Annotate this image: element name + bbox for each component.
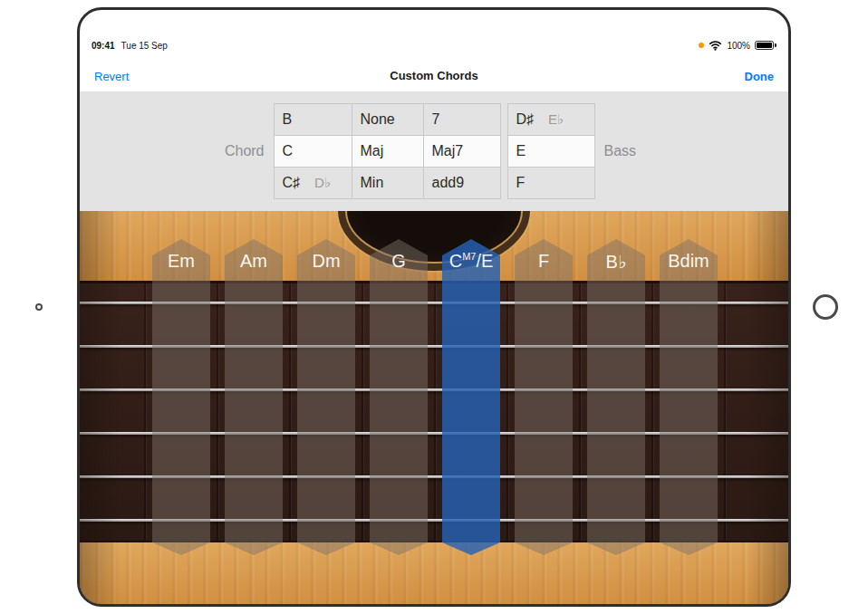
status-date: Tue 15 Sep — [121, 41, 168, 51]
revert-button[interactable]: Revert — [94, 61, 129, 91]
fret-wire — [217, 283, 218, 541]
chord-strip-g[interactable]: G — [370, 239, 428, 555]
picker-option-alt: E♭ — [548, 111, 564, 127]
picker-column-extension: 7 Maj7 add9 — [424, 104, 501, 199]
chord-strip-label: G — [370, 251, 428, 272]
camera-icon — [35, 303, 43, 311]
chord-strip-f[interactable]: F — [515, 239, 573, 555]
chord-strip-bflat[interactable]: B♭ — [587, 239, 645, 555]
picker-option[interactable]: D♯E♭ — [508, 104, 594, 136]
bass-picker-group: D♯E♭ E F — [507, 103, 595, 199]
chord-strip-dm[interactable]: Dm — [297, 239, 355, 555]
picker-option-label: Min — [361, 175, 384, 190]
battery-percent: 100% — [727, 41, 750, 51]
fret-wire — [289, 283, 291, 541]
picker-option-label: F — [516, 175, 526, 190]
battery-icon — [755, 41, 774, 50]
status-time: 09:41 — [92, 41, 115, 51]
chord-strip-label: Em — [152, 251, 210, 272]
status-right: 100% — [699, 41, 776, 51]
picker-option-label: Maj — [361, 143, 384, 158]
wifi-icon — [709, 41, 722, 51]
bass-label: Bass — [604, 143, 668, 159]
picker-option-selected[interactable]: C — [275, 136, 352, 168]
picker-option-label: None — [361, 111, 395, 127]
fret-wire — [724, 283, 726, 541]
chord-label: Chord — [201, 143, 265, 159]
fret-wire — [651, 283, 653, 541]
picker-option[interactable]: B — [275, 104, 352, 136]
picker-column-bass: D♯E♭ E F — [508, 104, 595, 199]
navigation-bar: Custom Chords Revert Done — [80, 61, 788, 91]
chord-strip-em[interactable]: Em — [152, 239, 210, 555]
chord-strip-cmaj7-e-selected[interactable]: CM7/E — [442, 239, 500, 555]
fret-wire — [144, 283, 146, 541]
screen: 09:41 Tue 15 Sep 100% Custom Chords Reve… — [77, 7, 791, 607]
picker-option-label: C — [283, 143, 294, 158]
picker-option-label: C♯ — [283, 175, 301, 190]
page-title: Custom Chords — [80, 61, 788, 91]
picker-column-root: B C C♯D♭ — [275, 104, 352, 199]
chord-strip-bdim[interactable]: Bdim — [660, 239, 718, 555]
picker-option-label: D♯ — [516, 111, 535, 127]
picker-option-selected[interactable]: E — [508, 136, 594, 168]
fret-wire — [434, 283, 436, 541]
picker-row: Chord B C C♯D♭ None Maj Min 7 Maj7 — [80, 91, 788, 211]
status-bar: 09:41 Tue 15 Sep 100% — [92, 37, 776, 53]
picker-option-label: Maj7 — [432, 143, 464, 158]
done-button[interactable]: Done — [745, 61, 775, 91]
chord-strip-label: B♭ — [587, 251, 645, 273]
picker-option[interactable]: Min — [352, 168, 423, 199]
picker-option[interactable]: 7 — [424, 104, 500, 136]
orange-dot-icon — [699, 43, 704, 48]
fret-wire — [579, 283, 581, 541]
chord-strip-label: Dm — [297, 251, 355, 272]
fret-wire — [506, 283, 508, 541]
chord-picker-group: B C C♯D♭ None Maj Min 7 Maj7 add9 — [274, 103, 501, 199]
picker-option-label: B — [283, 111, 293, 127]
chord-strip-label: Am — [225, 251, 283, 272]
picker-column-quality: None Maj Min — [352, 104, 424, 199]
picker-option-selected[interactable]: Maj — [352, 136, 423, 168]
battery-tip-icon — [775, 43, 776, 47]
picker-option[interactable]: F — [508, 168, 594, 199]
picker-option-label: E — [516, 143, 526, 158]
chord-picker: Chord B C C♯D♭ None Maj Min 7 Maj7 — [80, 91, 788, 211]
picker-option-label: 7 — [432, 111, 440, 127]
ipad-device: 09:41 Tue 15 Sep 100% Custom Chords Reve… — [0, 0, 868, 614]
chord-strip-label: F — [515, 251, 573, 272]
picker-option-label: add9 — [432, 175, 465, 190]
fret-wire — [362, 283, 363, 541]
picker-option[interactable]: None — [352, 104, 423, 136]
picker-option[interactable]: add9 — [424, 168, 500, 199]
picker-option[interactable]: C♯D♭ — [275, 168, 352, 199]
guitar-fretboard: Em Am Dm G CM7/E F B♭ Bdim — [80, 211, 788, 604]
status-left: 09:41 Tue 15 Sep — [92, 41, 168, 51]
chord-strip-label: CM7/E — [442, 251, 500, 272]
picker-option-alt: D♭ — [314, 175, 331, 190]
picker-option-selected[interactable]: Maj7 — [424, 136, 500, 168]
chord-strip-am[interactable]: Am — [225, 239, 283, 555]
chord-strip-label: Bdim — [660, 251, 718, 272]
home-button[interactable] — [813, 294, 838, 320]
